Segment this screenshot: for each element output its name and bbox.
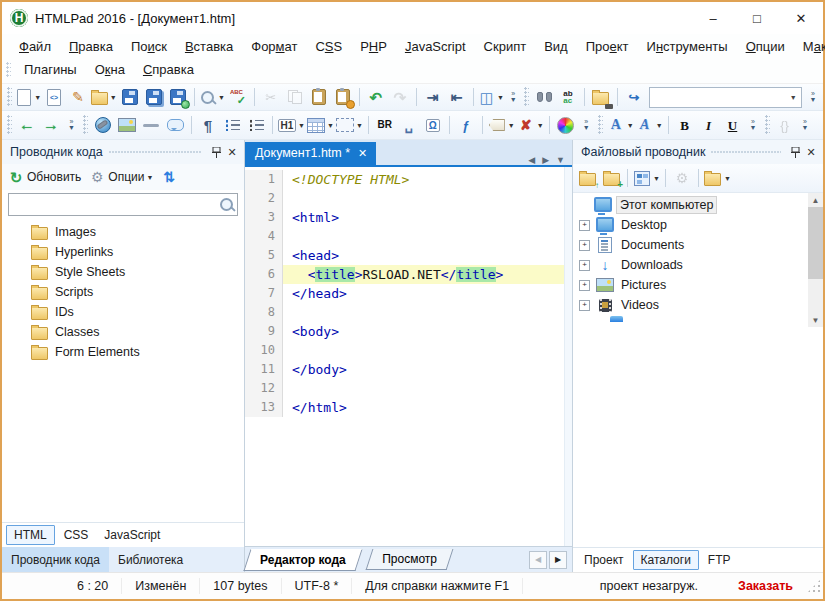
find-button[interactable] — [533, 86, 555, 108]
menu-item[interactable]: PHP — [351, 37, 396, 56]
panel-close-icon[interactable]: ✕ — [224, 144, 240, 160]
tab-scroll-right-icon[interactable]: ▶ — [542, 155, 549, 165]
table-button[interactable]: ▼ — [307, 114, 334, 136]
minimize-button[interactable]: – — [691, 2, 735, 34]
expand-icon[interactable]: + — [579, 300, 590, 311]
special-char-button[interactable]: Ω — [422, 114, 444, 136]
toolbar-overflow-icon[interactable]: »▼ — [580, 114, 593, 136]
code-line[interactable]: 9<body> — [245, 322, 572, 341]
tree-item[interactable]: Images — [2, 222, 244, 242]
comment-button[interactable] — [164, 114, 186, 136]
div-frame-button[interactable]: ▼ — [336, 114, 363, 136]
hyperlink-button[interactable] — [92, 114, 114, 136]
save-all-button[interactable] — [143, 86, 165, 108]
edit-page-button[interactable]: ✎ — [67, 86, 89, 108]
tab-close-icon[interactable]: ✕ — [358, 147, 367, 160]
tab-проект[interactable]: Проект — [577, 551, 631, 569]
menu-item[interactable]: Правка — [60, 37, 122, 56]
tab-javascript[interactable]: JavaScript — [97, 526, 167, 544]
code-line[interactable]: 12 — [245, 379, 572, 398]
outdent-button[interactable]: ⇤ — [446, 86, 468, 108]
save-button[interactable] — [119, 86, 141, 108]
menu-item[interactable]: Инструменты — [638, 37, 737, 56]
search-input[interactable] — [9, 198, 217, 212]
options-button[interactable]: ⚙ Опции ▼ — [89, 169, 153, 185]
tag-button[interactable]: ▼ — [488, 114, 515, 136]
heading-button[interactable]: H1▼ — [278, 114, 305, 136]
toolbar-combobox[interactable]: ▼ — [649, 87, 802, 108]
tree-item[interactable]: +Videos — [573, 295, 808, 315]
code-line[interactable]: 13</html> — [245, 398, 572, 417]
indent-button[interactable]: ⇥ — [422, 86, 444, 108]
tree-item[interactable]: Scripts — [2, 282, 244, 302]
code-line[interactable]: 2 — [245, 189, 572, 208]
numbered-list-button[interactable] — [245, 114, 267, 136]
view-next-icon[interactable]: ▶ — [549, 551, 567, 569]
code-line[interactable]: 4 — [245, 227, 572, 246]
new-document-button[interactable]: ▼ — [16, 86, 41, 108]
paste-button[interactable] — [308, 86, 330, 108]
horizontal-rule-button[interactable] — [140, 114, 162, 136]
pin-icon[interactable] — [208, 144, 224, 160]
menu-item[interactable]: Плагины — [15, 60, 86, 79]
menu-item[interactable]: Вставка — [176, 37, 242, 56]
replace-button[interactable]: abac — [557, 86, 579, 108]
menu-item[interactable]: Формат — [242, 37, 306, 56]
menu-item[interactable]: Вид — [535, 37, 577, 56]
spellcheck-button[interactable] — [227, 86, 249, 108]
view-prev-icon[interactable]: ◀ — [529, 551, 547, 569]
paste-html-button[interactable] — [332, 86, 354, 108]
tab-css[interactable]: CSS — [57, 526, 96, 544]
line-break-button[interactable]: BR — [374, 114, 396, 136]
tab-библиотека[interactable]: Библиотека — [109, 547, 192, 572]
tab-ftp[interactable]: FTP — [701, 551, 738, 569]
tree-item[interactable]: Hyperlinks — [2, 242, 244, 262]
forward-button[interactable]: → — [40, 114, 62, 136]
scrollbar-thumb[interactable] — [808, 207, 823, 279]
scroll-down-icon[interactable]: ▼ — [808, 313, 823, 327]
tab-code-editor[interactable]: Редактор кода — [243, 549, 362, 571]
code-line[interactable]: 1<!DOCTYPE HTML> — [245, 170, 572, 189]
tab-проводник-кода[interactable]: Проводник кода — [2, 547, 109, 572]
redo-button[interactable]: ↷ — [389, 86, 411, 108]
tree-item[interactable]: +Pictures — [573, 275, 808, 295]
menu-item[interactable]: Макрос — [794, 37, 825, 56]
cleanup-button[interactable]: ✘▼ — [517, 114, 544, 136]
code-line[interactable]: 10 — [245, 341, 572, 360]
tree-item[interactable]: +Documents — [573, 235, 808, 255]
copy-button[interactable] — [284, 86, 306, 108]
toolbar-overflow-icon[interactable]: »▼ — [807, 86, 819, 108]
tree-item[interactable]: Classes — [2, 322, 244, 342]
tree-item[interactable]: Style Sheets — [2, 262, 244, 282]
code-line[interactable]: 8 — [245, 303, 572, 322]
tree-item[interactable]: IDs — [2, 302, 244, 322]
maximize-button[interactable]: □ — [735, 2, 779, 34]
tree-item[interactable]: Form Elements — [2, 342, 244, 362]
menu-item[interactable]: JavaScript — [396, 37, 475, 56]
italic-button[interactable]: I — [698, 114, 720, 136]
editor-scroll-strip[interactable] — [564, 167, 572, 546]
page-layout-button[interactable]: ◫▼ — [479, 86, 504, 108]
code-snippet-button[interactable]: ƒ — [455, 114, 477, 136]
navigate-button[interactable]: ↪ — [623, 86, 645, 108]
color-picker-button[interactable] — [555, 114, 577, 136]
search-button[interactable]: ▼ — [199, 86, 224, 108]
code-line[interactable]: 7</head> — [245, 284, 572, 303]
refresh-button[interactable]: ↻ Обновить — [8, 169, 81, 185]
bold-button[interactable]: B — [674, 114, 696, 136]
tree-item[interactable]: Этот компьютер — [573, 195, 808, 215]
expand-icon[interactable]: + — [579, 220, 590, 231]
tab-preview[interactable]: Просмотр — [365, 549, 453, 570]
font-style-button[interactable]: A▼ — [636, 114, 663, 136]
document-tab[interactable]: Документ1.htm * ✕ — [245, 142, 376, 165]
undo-button[interactable]: ↶ — [365, 86, 387, 108]
menu-item[interactable]: Скрипт — [475, 37, 536, 56]
pin-icon[interactable] — [787, 144, 803, 160]
tab-каталоги[interactable]: Каталоги — [633, 550, 699, 570]
panel-close-icon[interactable]: ✕ — [803, 144, 819, 160]
resize-grip[interactable] — [807, 579, 821, 593]
nbsp-button[interactable]: ␣ — [398, 114, 420, 136]
code-editor[interactable]: 1<!DOCTYPE HTML>23<html>45<head>6 <title… — [245, 165, 572, 546]
paragraph-button[interactable]: ¶ — [197, 114, 219, 136]
tree-item[interactable]: +↓Downloads — [573, 255, 808, 275]
